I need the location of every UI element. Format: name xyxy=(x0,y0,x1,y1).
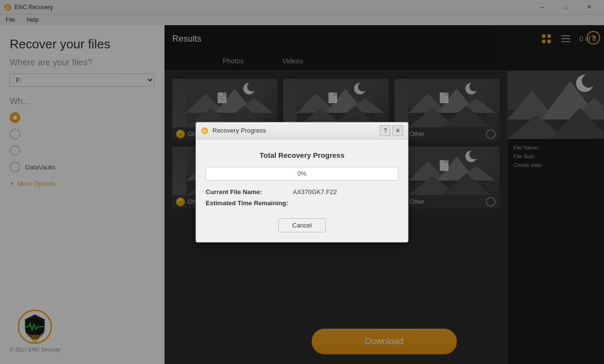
estimated-time-label: Estimated Time Remaining: xyxy=(206,199,293,207)
current-file-value: AX370GK7.F22 xyxy=(293,188,337,196)
progress-text: 0% xyxy=(298,170,307,177)
modal-close-button[interactable]: ✕ xyxy=(393,125,403,136)
modal-overlay: E Recovery Progress ? ✕ Total Recovery P… xyxy=(0,0,604,364)
modal-icon: E xyxy=(201,127,209,135)
modal-title-text: Recovery Progress xyxy=(212,127,380,134)
estimated-time-row: Estimated Time Remaining: xyxy=(206,199,398,207)
cancel-button[interactable]: Cancel xyxy=(278,218,326,232)
modal-main-title: Total Recovery Progress xyxy=(259,151,345,159)
modal-title-buttons: ? ✕ xyxy=(380,125,403,136)
modal-body: Total Recovery Progress 0% Current File … xyxy=(196,139,408,242)
current-file-label: Current File Name: xyxy=(206,188,293,196)
modal-titlebar: E Recovery Progress ? ✕ xyxy=(196,122,408,139)
modal-help-button[interactable]: ? xyxy=(380,125,391,136)
current-file-row: Current File Name: AX370GK7.F22 xyxy=(206,188,398,196)
progress-bar-container: 0% xyxy=(206,167,398,181)
recovery-progress-modal: E Recovery Progress ? ✕ Total Recovery P… xyxy=(196,122,408,243)
svg-text:E: E xyxy=(203,129,206,134)
